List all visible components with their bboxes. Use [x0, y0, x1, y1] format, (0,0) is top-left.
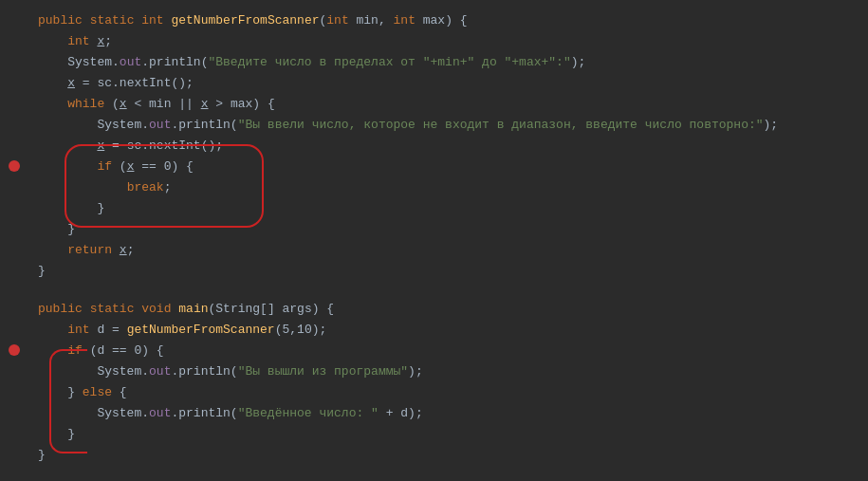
code-content: }: [28, 222, 75, 236]
code-content: public static void main(String[] args) {: [28, 302, 334, 316]
code-line: public static void main(String[] args) {: [0, 298, 868, 319]
code-content: if (x == 0) {: [28, 159, 194, 174]
code-content: int x;: [28, 34, 112, 48]
code-content: break;: [28, 180, 171, 194]
code-line: }: [0, 260, 868, 281]
code-line: x = sc.nextInt();: [0, 135, 868, 156]
code-line: }: [0, 423, 868, 444]
code-content: } else {: [28, 385, 127, 399]
code-content: }: [28, 201, 104, 215]
code-content: if (d == 0) {: [28, 343, 164, 358]
code-content: x = sc.nextInt();: [28, 139, 223, 153]
code-content: }: [28, 427, 75, 441]
code-content: System.out.println("Вы вышли из программ…: [28, 364, 423, 379]
code-content: x = sc.nextInt();: [28, 76, 194, 90]
code-line: int d = getNumberFromScanner(5,10);: [0, 319, 868, 340]
code-line: System.out.println("Введённое число: " +…: [0, 402, 868, 423]
breakpoint-indicator: [9, 160, 20, 172]
code-content: int d = getNumberFromScanner(5,10);: [28, 323, 326, 337]
code-content: return x;: [28, 243, 134, 257]
code-content: }: [28, 448, 46, 462]
code-line: System.out.println("Введите число в пред…: [0, 51, 868, 72]
code-line: while (x < min || x > max) {: [0, 93, 868, 114]
code-content: System.out.println("Введите число в пред…: [28, 55, 585, 69]
code-line: return x;: [0, 239, 868, 260]
code-line: if (d == 0) {: [0, 340, 868, 361]
code-line: }: [0, 197, 868, 218]
divider: [0, 281, 868, 298]
code-line: }: [0, 218, 868, 239]
code-content: System.out.println("Введённое число: " +…: [28, 406, 423, 420]
code-line: public static int getNumberFromScanner(i…: [0, 9, 868, 30]
code-content: public static int getNumberFromScanner(i…: [28, 13, 468, 28]
code-content: while (x < min || x > max) {: [28, 97, 275, 111]
code-line: x = sc.nextInt();: [0, 72, 868, 93]
code-line: break;: [0, 176, 868, 197]
code-content: }: [28, 264, 46, 278]
code-line: if (x == 0) {: [0, 156, 868, 176]
code-line: }: [0, 444, 868, 465]
code-line: System.out.println("Вы вышли из программ…: [0, 361, 868, 381]
code-line: System.out.println("Вы ввели число, кото…: [0, 114, 868, 135]
code-editor: public static int getNumberFromScanner(i…: [0, 0, 868, 474]
code-line: } else {: [0, 381, 868, 402]
breakpoint-indicator: [9, 344, 20, 356]
code-content: System.out.println("Вы ввели число, кото…: [28, 118, 778, 132]
code-line: int x;: [0, 30, 868, 51]
